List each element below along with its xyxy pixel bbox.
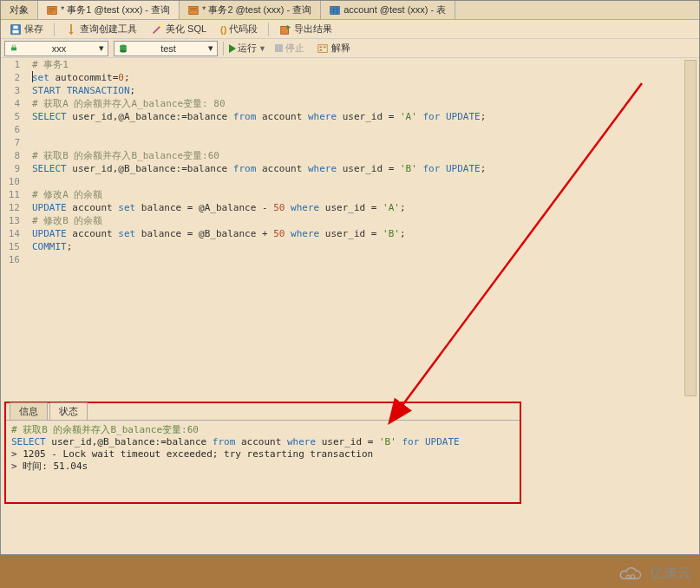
line-gutter: 12345678910111213141516 [1, 58, 25, 266]
svg-rect-28 [319, 46, 322, 48]
tab-query-1[interactable]: * 事务1 @test (xxx) - 查询 [38, 1, 180, 19]
save-button[interactable]: 保存 [6, 23, 47, 36]
tab-label: 对象 [10, 3, 29, 16]
tab-label: account @test (xxx) - 表 [343, 3, 446, 16]
beautify-sql-button[interactable]: 美化 SQL [147, 23, 210, 36]
chevron-down-icon: ▾ [208, 42, 213, 54]
svg-rect-23 [15, 44, 16, 47]
separator [54, 23, 55, 36]
tab-label: * 事务1 @test (xxx) - 查询 [61, 3, 170, 16]
snippet-label: 代码段 [229, 23, 258, 36]
log-line: SELECT user_id,@B_balance:=balance from … [11, 436, 514, 448]
query-toolbar: 保存 查询创建工具 美化 SQL () 代码段 导出结果 [1, 20, 699, 39]
tab-table-account[interactable]: account @test (xxx) - 表 [321, 1, 455, 19]
query-icon [47, 5, 57, 16]
svg-rect-15 [70, 23, 72, 31]
svg-rect-8 [330, 9, 340, 10]
svg-rect-21 [11, 47, 16, 50]
export-icon [279, 23, 291, 36]
explain-button[interactable]: 解释 [313, 42, 354, 55]
tab-query-2[interactable]: * 事务2 @test (xxx) - 查询 [180, 1, 321, 19]
svg-rect-2 [49, 10, 56, 10]
svg-rect-5 [190, 8, 197, 9]
code-snippet-button[interactable]: () 代码段 [217, 23, 261, 36]
svg-rect-29 [319, 49, 322, 50]
svg-rect-14 [13, 29, 19, 33]
svg-rect-27 [318, 44, 328, 52]
run-label: 运行 [238, 42, 257, 55]
svg-rect-13 [13, 25, 17, 29]
tab-status[interactable]: 状态 [49, 402, 88, 420]
save-label: 保存 [24, 23, 43, 36]
save-icon [10, 23, 22, 36]
table-icon [330, 5, 340, 16]
svg-line-17 [154, 25, 161, 33]
svg-rect-7 [330, 6, 340, 14]
export-label: 导出结果 [294, 23, 332, 36]
svg-rect-30 [324, 46, 326, 48]
connection-bar: xxx ▾ test ▾ 运行 ▼ 停止 解释 [1, 39, 699, 58]
svg-point-18 [160, 23, 163, 27]
document-tab-bar: 对象 * 事务1 @test (xxx) - 查询 * 事务2 @test (x… [1, 1, 699, 20]
export-results-button[interactable]: 导出结果 [276, 23, 336, 36]
query-builder-label: 查询创建工具 [80, 23, 137, 36]
separator [268, 23, 269, 36]
log-output: # 获取B 的余额并存入B_balance变量:60 SELECT user_i… [6, 421, 520, 476]
snippet-icon: () [220, 24, 226, 35]
database-select[interactable]: test ▾ [114, 41, 218, 56]
builder-icon [65, 23, 77, 36]
separator [223, 42, 224, 56]
svg-rect-6 [190, 10, 197, 10]
result-panel-highlight: 信息 状态 # 获取B 的余额并存入B_balance变量:60 SELECT … [4, 402, 521, 504]
svg-rect-22 [13, 44, 14, 47]
connection-name: xxx [52, 43, 67, 54]
beautify-label: 美化 SQL [166, 23, 206, 36]
svg-rect-10 [334, 6, 335, 14]
connection-select[interactable]: xxx ▾ [4, 41, 108, 56]
chevron-down-icon: ▾ [99, 42, 104, 54]
stop-label: 停止 [285, 42, 304, 55]
database-name: test [160, 43, 176, 54]
query-builder-button[interactable]: 查询创建工具 [62, 23, 141, 36]
explain-label: 解释 [331, 42, 350, 55]
stop-icon [275, 44, 283, 52]
tab-info[interactable]: 信息 [10, 402, 48, 420]
database-icon [118, 43, 128, 54]
tab-label: * 事务2 @test (xxx) - 查询 [202, 3, 311, 16]
wand-icon [151, 23, 163, 36]
svg-point-26 [120, 49, 127, 52]
log-line: > 时间: 51.04s [11, 461, 514, 473]
svg-rect-11 [337, 6, 337, 14]
tab-objects[interactable]: 对象 [1, 1, 38, 19]
vertical-scrollbar[interactable] [684, 60, 697, 396]
code-content: # 事务1set autocommit=0;START TRANSACTION;… [32, 58, 699, 266]
log-line: # 获取B 的余额并存入B_balance变量:60 [11, 424, 514, 436]
svg-point-33 [626, 575, 630, 578]
svg-rect-1 [49, 8, 56, 9]
chevron-down-icon: ▼ [258, 44, 266, 53]
cloud-icon [618, 565, 644, 583]
explain-icon [317, 42, 329, 55]
run-button[interactable]: 运行 ▼ [229, 42, 266, 55]
text-caret [32, 71, 33, 82]
result-tab-bar: 信息 状态 [6, 403, 520, 421]
query-icon [188, 5, 199, 16]
stop-button[interactable]: 停止 [271, 42, 308, 55]
sql-editor[interactable]: 12345678910111213141516 # 事务1set autocom… [1, 58, 699, 396]
plug-icon [9, 43, 19, 54]
svg-marker-16 [69, 31, 73, 35]
play-icon [229, 44, 236, 53]
svg-rect-9 [330, 11, 340, 12]
log-line: > 1205 - Lock wait timeout exceeded; try… [11, 448, 514, 461]
svg-rect-3 [49, 11, 53, 12]
watermark: 亿速云 [618, 565, 691, 583]
watermark-text: 亿速云 [650, 565, 691, 583]
